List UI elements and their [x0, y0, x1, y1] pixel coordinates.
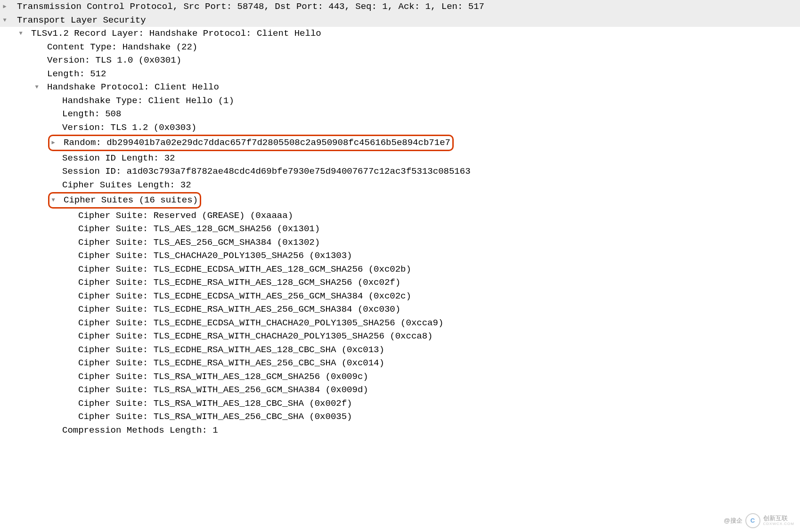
content-type-label: Content Type: Handshake (22)	[47, 40, 197, 54]
tree-row-cipher-suite[interactable]: Cipher Suite: TLS_ECDHE_RSA_WITH_AES_128…	[0, 276, 800, 290]
tree-row-length-handshake[interactable]: Length: 508	[0, 107, 800, 121]
tree-row-cipher-suite[interactable]: Cipher Suite: TLS_ECDHE_ECDSA_WITH_CHACH…	[0, 316, 800, 330]
tree-row-cipher-suites-length[interactable]: Cipher Suites Length: 32	[0, 178, 800, 192]
tree-row-compression-methods-length[interactable]: Compression Methods Length: 1	[0, 424, 800, 437]
tree-row-cipher-suite[interactable]: Cipher Suite: TLS_AES_128_GCM_SHA256 (0x…	[0, 222, 800, 236]
cipher-suite-label: Cipher Suite: TLS_ECDHE_RSA_WITH_AES_128…	[78, 276, 400, 290]
version-handshake-label: Version: TLS 1.2 (0x0303)	[62, 121, 196, 135]
cipher-suite-label: Cipher Suite: TLS_ECDHE_RSA_WITH_AES_256…	[78, 303, 400, 316]
highlight-box-random: ▶ Random: db299401b7a02e29dc7ddac657f7d2…	[48, 135, 454, 151]
cipher-suite-label: Cipher Suite: TLS_ECDHE_RSA_WITH_CHACHA2…	[78, 330, 433, 343]
highlight-box-cipher-suites: ▼ Cipher Suites (16 suites)	[48, 192, 201, 209]
handshake-protocol-label: Handshake Protocol: Client Hello	[47, 81, 219, 94]
cipher-suite-label: Cipher Suite: TLS_RSA_WITH_AES_128_GCM_S…	[78, 370, 368, 384]
tree-row-content-type[interactable]: Content Type: Handshake (22)	[0, 40, 800, 54]
tree-row-cipher-suites[interactable]: ▼ Cipher Suites (16 suites)	[0, 192, 800, 209]
cipher-suite-label: Cipher Suite: TLS_CHACHA20_POLY1305_SHA2…	[78, 249, 352, 263]
cipher-suites-length-label: Cipher Suites Length: 32	[62, 178, 191, 192]
tree-row-cipher-suite[interactable]: Cipher Suite: Reserved (GREASE) (0xaaaa)	[0, 209, 800, 223]
tree-row-cipher-suite[interactable]: Cipher Suite: TLS_RSA_WITH_AES_256_GCM_S…	[0, 383, 800, 397]
chevron-down-icon[interactable]: ▼	[33, 83, 41, 91]
tree-row-cipher-suite[interactable]: Cipher Suite: TLS_RSA_WITH_AES_128_CBC_S…	[0, 397, 800, 411]
tree-row-cipher-suite[interactable]: Cipher Suite: TLS_CHACHA20_POLY1305_SHA2…	[0, 249, 800, 263]
tree-row-cipher-suite[interactable]: Cipher Suite: TLS_ECDHE_RSA_WITH_CHACHA2…	[0, 330, 800, 343]
compression-methods-length-label: Compression Methods Length: 1	[62, 424, 218, 437]
tree-row-record-layer[interactable]: ▼ TLSv1.2 Record Layer: Handshake Protoc…	[0, 27, 800, 40]
tree-row-version-record[interactable]: Version: TLS 1.0 (0x0301)	[0, 54, 800, 67]
tree-row-length-record[interactable]: Length: 512	[0, 67, 800, 81]
length-record-label: Length: 512	[47, 67, 106, 81]
length-handshake-label: Length: 508	[62, 107, 121, 121]
tree-row-handshake-protocol[interactable]: ▼ Handshake Protocol: Client Hello	[0, 81, 800, 94]
cipher-suite-label: Cipher Suite: TLS_RSA_WITH_AES_128_CBC_S…	[78, 397, 352, 411]
tree-row-cipher-suite[interactable]: Cipher Suite: TLS_ECDHE_RSA_WITH_AES_256…	[0, 356, 800, 370]
handshake-type-label: Handshake Type: Client Hello (1)	[62, 94, 234, 108]
chevron-right-icon[interactable]: ▶	[1, 2, 8, 11]
tree-row-session-id[interactable]: Session ID: a1d03c793a7f8782ae48cdc4d69b…	[0, 165, 800, 178]
cipher-suites-header-label: Cipher Suites (16 suites)	[64, 193, 198, 207]
chevron-down-icon[interactable]: ▼	[49, 196, 57, 204]
random-label: Random: db299401b7a02e29dc7ddac657f7d280…	[64, 136, 450, 150]
tree-row-cipher-suite[interactable]: Cipher Suite: TLS_ECDHE_RSA_WITH_AES_256…	[0, 303, 800, 316]
tree-row-random[interactable]: ▶ Random: db299401b7a02e29dc7ddac657f7d2…	[0, 135, 800, 151]
cipher-suite-label: Cipher Suite: TLS_ECDHE_ECDSA_WITH_AES_2…	[78, 290, 411, 303]
cipher-suite-label: Cipher Suite: TLS_ECDHE_ECDSA_WITH_AES_1…	[78, 263, 411, 276]
cipher-suite-label: Cipher Suite: TLS_ECDHE_RSA_WITH_AES_256…	[78, 356, 384, 370]
cipher-suite-label: Cipher Suite: TLS_ECDHE_RSA_WITH_AES_128…	[78, 343, 384, 357]
chevron-down-icon[interactable]: ▼	[1, 16, 8, 24]
chevron-right-icon[interactable]: ▶	[49, 138, 57, 147]
cipher-suite-label: Cipher Suite: TLS_RSA_WITH_AES_256_CBC_S…	[78, 410, 352, 424]
tree-row-cipher-suite[interactable]: Cipher Suite: TLS_ECDHE_ECDSA_WITH_AES_2…	[0, 290, 800, 303]
tree-row-cipher-suite[interactable]: Cipher Suite: TLS_RSA_WITH_AES_256_CBC_S…	[0, 410, 800, 424]
cipher-suite-label: Cipher Suite: Reserved (GREASE) (0xaaaa)	[78, 209, 293, 223]
cipher-suite-label: Cipher Suite: TLS_RSA_WITH_AES_256_GCM_S…	[78, 383, 368, 397]
tcp-header-label: Transmission Control Protocol, Src Port:…	[17, 0, 484, 14]
record-layer-label: TLSv1.2 Record Layer: Handshake Protocol…	[31, 27, 321, 40]
tree-row-cipher-suite[interactable]: Cipher Suite: TLS_ECDHE_ECDSA_WITH_AES_1…	[0, 263, 800, 276]
tls-header-label: Transport Layer Security	[17, 14, 146, 27]
session-id-length-label: Session ID Length: 32	[62, 152, 175, 165]
tree-row-handshake-type[interactable]: Handshake Type: Client Hello (1)	[0, 94, 800, 108]
cipher-suite-label: Cipher Suite: TLS_AES_256_GCM_SHA384 (0x…	[78, 236, 320, 250]
cipher-suite-label: Cipher Suite: TLS_ECDHE_ECDSA_WITH_CHACH…	[78, 316, 443, 330]
chevron-down-icon[interactable]: ▼	[17, 29, 24, 38]
tree-row-tls[interactable]: ▼ Transport Layer Security	[0, 14, 800, 27]
session-id-label: Session ID: a1d03c793a7f8782ae48cdc4d69b…	[62, 165, 471, 178]
version-record-label: Version: TLS 1.0 (0x0301)	[47, 54, 181, 67]
tree-row-version-handshake[interactable]: Version: TLS 1.2 (0x0303)	[0, 121, 800, 135]
tree-row-tcp[interactable]: ▶ Transmission Control Protocol, Src Por…	[0, 0, 800, 14]
tree-row-cipher-suite[interactable]: Cipher Suite: TLS_RSA_WITH_AES_128_GCM_S…	[0, 370, 800, 384]
tree-row-session-id-length[interactable]: Session ID Length: 32	[0, 152, 800, 165]
cipher-suite-label: Cipher Suite: TLS_AES_128_GCM_SHA256 (0x…	[78, 222, 320, 236]
tree-row-cipher-suite[interactable]: Cipher Suite: TLS_ECDHE_RSA_WITH_AES_128…	[0, 343, 800, 357]
tree-row-cipher-suite[interactable]: Cipher Suite: TLS_AES_256_GCM_SHA384 (0x…	[0, 236, 800, 250]
